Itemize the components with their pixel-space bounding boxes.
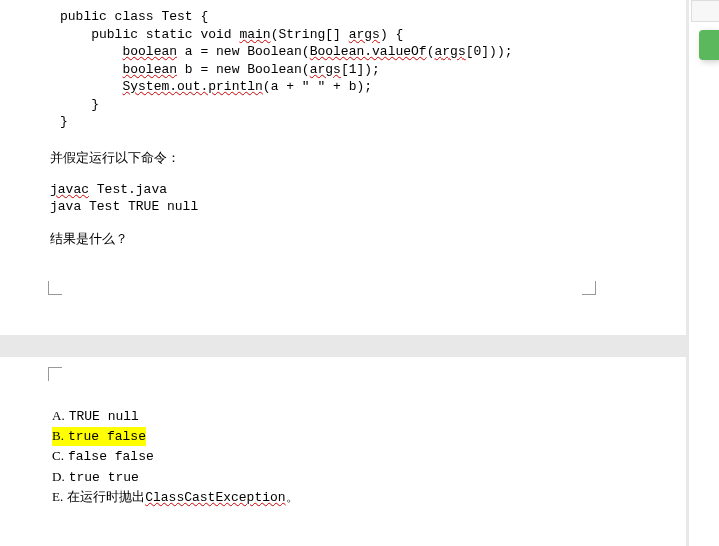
answer-option-c: C. false false: [52, 447, 686, 466]
code-line: [0]));: [466, 44, 513, 59]
code-token: boolean: [122, 62, 177, 77]
answer-label: B.: [52, 428, 64, 443]
code-token: System.out.println: [122, 79, 262, 94]
code-line: [60, 44, 122, 59]
code-line: (String[]: [271, 27, 349, 42]
answer-list: A. TRUE null B.true false C. false false…: [0, 407, 686, 507]
answer-label: D.: [52, 468, 65, 486]
answer-text: true true: [69, 469, 139, 487]
page-gap: [0, 335, 689, 357]
side-button-fragment: [699, 30, 719, 60]
code-line: [60, 62, 122, 77]
page-corner-mark: [48, 367, 62, 381]
code-line: }: [60, 97, 99, 112]
code-line: [60, 79, 122, 94]
code-line: }: [60, 114, 68, 129]
answer-option-d: D. true true: [52, 468, 686, 487]
cmd-token: java Test TRUE null: [50, 199, 198, 214]
answer-option-a: A. TRUE null: [52, 407, 686, 426]
code-token: args: [310, 62, 341, 77]
answer-option-e: E. 在运行时抛出 ClassCastException。: [52, 488, 686, 507]
code-line: (a + " " + b);: [263, 79, 372, 94]
answer-option-b: B.true false: [52, 427, 686, 446]
document-page-top: public class Test { public static void m…: [0, 0, 689, 335]
answer-label: E.: [52, 488, 63, 506]
code-token: main: [239, 27, 270, 42]
question-text: 结果是什么？: [0, 230, 686, 248]
page-corner-mark: [48, 281, 62, 295]
code-line: [1]);: [341, 62, 380, 77]
assume-text: 并假定运行以下命令：: [0, 149, 686, 167]
answer-text: 。: [286, 488, 299, 506]
command-block: javac Test.java java Test TRUE null: [0, 181, 686, 216]
answer-text: 在运行时抛出: [67, 488, 145, 506]
document-page-bottom: A. TRUE null B.true false C. false false…: [0, 357, 689, 546]
answer-text: TRUE null: [69, 408, 139, 426]
code-block: public class Test { public static void m…: [0, 0, 686, 131]
answer-text-code: ClassCastException: [145, 489, 285, 507]
code-line: (: [427, 44, 435, 59]
cmd-token: Test.java: [89, 182, 167, 197]
code-token: Boolean.valueOf: [310, 44, 427, 59]
answer-label: C.: [52, 447, 64, 465]
code-line: public class Test {: [60, 9, 208, 24]
code-line: b = new Boolean(: [177, 62, 310, 77]
code-line: public static void: [60, 27, 239, 42]
code-line: ) {: [380, 27, 403, 42]
side-panel-fragment: [691, 0, 719, 22]
code-token: args: [435, 44, 466, 59]
code-token: boolean: [122, 44, 177, 59]
page-corner-mark: [582, 281, 596, 295]
cmd-token: javac: [50, 182, 89, 197]
answer-text: false false: [68, 448, 154, 466]
code-line: a = new Boolean(: [177, 44, 310, 59]
code-token: args: [349, 27, 380, 42]
answer-label: A.: [52, 407, 65, 425]
answer-text: true false: [68, 429, 146, 444]
